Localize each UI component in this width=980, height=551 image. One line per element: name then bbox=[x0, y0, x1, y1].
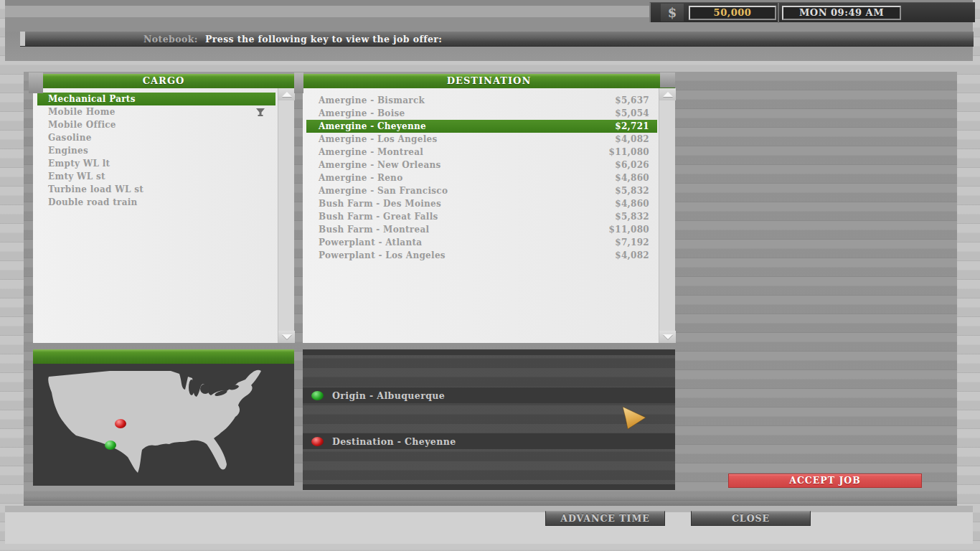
scroll-up-button[interactable] bbox=[659, 88, 676, 100]
scroll-up-button[interactable] bbox=[278, 88, 295, 100]
cargo-item-label: Gasoline bbox=[48, 133, 92, 143]
destination-item[interactable]: Amergine - Reno$4,860 bbox=[303, 171, 659, 184]
cargo-item[interactable]: Turbine load WL st bbox=[33, 183, 278, 196]
cargo-item-label: Mobile Home bbox=[48, 107, 116, 117]
destination-item-label: Amergine - Reno bbox=[319, 171, 402, 184]
notebook-bar-cap bbox=[20, 32, 25, 46]
destination-item-label: Amergine - Los Angeles bbox=[319, 133, 438, 146]
money-display: 50,000 bbox=[689, 6, 776, 20]
accept-job-button[interactable]: ACCEPT JOB bbox=[728, 474, 922, 488]
cargo-item[interactable]: Double road train bbox=[33, 196, 278, 209]
cargo-item[interactable]: Gasoline bbox=[33, 131, 278, 144]
destination-item[interactable]: Bush Farm - Montreal$11,080 bbox=[303, 223, 659, 236]
arrow-down-icon bbox=[282, 334, 292, 339]
cargo-list: Mechanical PartsMobile HomeMobile Office… bbox=[33, 88, 294, 343]
destination-list: Amergine - Bismarck$5,637Amergine - Bois… bbox=[303, 88, 675, 343]
cargo-item-label: Mobile Office bbox=[48, 120, 116, 130]
destination-item[interactable]: Amergine - Bismarck$5,637 bbox=[303, 94, 659, 107]
destination-item-label: Amergine - San Francisco bbox=[319, 184, 448, 197]
destination-item-label: Amergine - Boise bbox=[319, 107, 405, 120]
destination-item-label: Amergine - New Orleans bbox=[319, 159, 441, 171]
route-map bbox=[33, 364, 294, 486]
destination-item-price: $11,080 bbox=[609, 223, 649, 236]
destination-item-label: Amergine - Cheyenne bbox=[319, 120, 426, 133]
bottom-bar bbox=[5, 512, 973, 544]
datetime-display: MON 09:49 AM bbox=[782, 6, 901, 20]
map-marker-origin bbox=[105, 441, 116, 450]
destination-item-price: $4,082 bbox=[615, 249, 649, 262]
advance-time-button[interactable]: ADVANCE TIME bbox=[545, 511, 665, 526]
cargo-item[interactable]: Mobile Office bbox=[33, 118, 278, 131]
arrow-down-icon bbox=[663, 334, 673, 339]
destination-item-label: Amergine - Montreal bbox=[319, 146, 423, 159]
destination-item-label: Bush Farm - Montreal bbox=[319, 223, 429, 236]
destination-marker-icon bbox=[311, 437, 324, 446]
route-info-panel: Origin - Albuquerque Destination - Cheye… bbox=[303, 349, 675, 490]
destination-item[interactable]: Bush Farm - Great Falls$5,832 bbox=[303, 210, 659, 223]
destination-item-price: $5,832 bbox=[615, 184, 649, 197]
destination-item[interactable]: Amergine - Los Angeles$4,082 bbox=[303, 133, 659, 146]
destination-rows: Amergine - Bismarck$5,637Amergine - Bois… bbox=[303, 88, 659, 262]
usa-map-silhouette bbox=[42, 367, 286, 481]
destination-item-label: Bush Farm - Great Falls bbox=[319, 210, 438, 223]
destination-item[interactable]: Amergine - New Orleans$6,026 bbox=[303, 159, 659, 171]
notebook-label: Notebook: bbox=[143, 32, 198, 47]
destination-item-label: Amergine - Bismarck bbox=[319, 94, 425, 107]
arrow-up-icon bbox=[282, 92, 292, 97]
destination-item[interactable]: Powerplant - Los Angeles$4,082 bbox=[303, 249, 659, 262]
hud-divider bbox=[778, 3, 779, 23]
cargo-item-label: Double road train bbox=[48, 197, 138, 207]
cargo-item-label: Turbine load WL st bbox=[48, 184, 143, 194]
destination-item-price: $4,860 bbox=[615, 197, 649, 210]
lower-strip bbox=[5, 506, 973, 512]
cargo-item[interactable]: Empty WL lt bbox=[33, 157, 278, 170]
map-panel-header bbox=[33, 349, 294, 364]
cargo-item-label: Engines bbox=[48, 146, 88, 156]
origin-label: Origin - Albuquerque bbox=[332, 390, 445, 401]
destination-scrollbar[interactable] bbox=[659, 88, 675, 343]
origin-row: Origin - Albuquerque bbox=[303, 387, 675, 403]
destination-item[interactable]: Amergine - Cheyenne$2,721 bbox=[306, 120, 657, 133]
notebook-message: Press the following key to view the job … bbox=[205, 32, 442, 47]
map-marker-destination bbox=[115, 419, 126, 428]
destination-item-price: $2,721 bbox=[615, 120, 649, 133]
cargo-item[interactable]: Engines bbox=[33, 144, 278, 157]
scroll-down-button[interactable] bbox=[278, 331, 295, 343]
destination-item-label: Bush Farm - Des Moines bbox=[319, 197, 441, 210]
destination-item-price: $4,082 bbox=[615, 133, 649, 146]
destination-item[interactable]: Amergine - Boise$5,054 bbox=[303, 107, 659, 120]
destination-item-price: $5,832 bbox=[615, 210, 649, 223]
header-tab bbox=[660, 72, 675, 88]
destination-item[interactable]: Amergine - Montreal$11,080 bbox=[303, 146, 659, 159]
origin-marker-icon bbox=[311, 391, 324, 400]
destination-item-price: $6,026 bbox=[615, 159, 649, 171]
destination-item-price: $5,637 bbox=[615, 94, 649, 107]
scroll-down-button[interactable] bbox=[659, 331, 676, 343]
header-tab bbox=[29, 72, 43, 93]
destination-item-price: $5,054 bbox=[615, 107, 649, 120]
destination-row: Destination - Cheyenne bbox=[303, 433, 675, 449]
cargo-item-label: Empty WL lt bbox=[48, 159, 110, 169]
job-offer-screen: $ 50,000 MON 09:49 AM Notebook: Press th… bbox=[0, 0, 980, 551]
cargo-rows: Mechanical PartsMobile HomeMobile Office… bbox=[33, 88, 278, 209]
destination-item-price: $11,080 bbox=[609, 146, 649, 159]
cargo-scrollbar[interactable] bbox=[278, 88, 294, 343]
cargo-item-label: Mechanical Parts bbox=[48, 94, 136, 104]
cargo-item[interactable]: Emty WL st bbox=[33, 170, 278, 183]
cargo-item[interactable]: Mobile Home bbox=[33, 105, 278, 118]
close-button[interactable]: CLOSE bbox=[691, 511, 811, 526]
destination-item[interactable]: Powerplant - Atlanta$7,192 bbox=[303, 236, 659, 249]
destination-label: Destination - Cheyenne bbox=[332, 436, 456, 447]
destination-item[interactable]: Amergine - San Francisco$5,832 bbox=[303, 184, 659, 197]
hud-bar: $ 50,000 MON 09:49 AM bbox=[649, 2, 975, 22]
arrow-up-icon bbox=[663, 92, 673, 97]
dollar-icon: $ bbox=[661, 4, 684, 22]
destination-panel-header: DESTINATION bbox=[303, 74, 675, 88]
header-tab bbox=[294, 72, 303, 93]
cargo-item[interactable]: Mechanical Parts bbox=[37, 93, 275, 105]
cargo-panel-header: CARGO bbox=[33, 74, 294, 88]
cargo-item-label: Emty WL st bbox=[48, 171, 105, 182]
destination-item[interactable]: Bush Farm - Des Moines$4,860 bbox=[303, 197, 659, 210]
notebook-bar: Notebook: Press the following key to vie… bbox=[20, 32, 974, 47]
destination-item-price: $4,860 bbox=[615, 171, 649, 184]
